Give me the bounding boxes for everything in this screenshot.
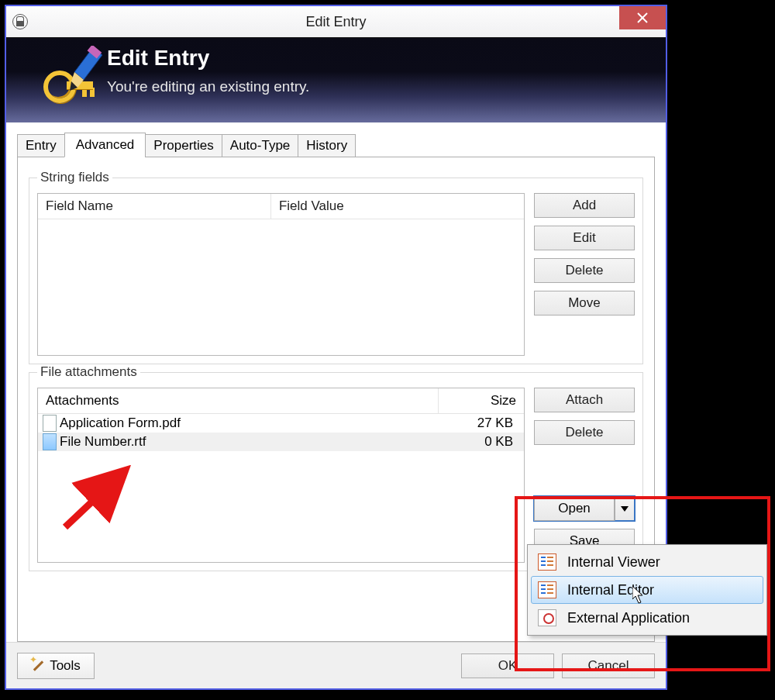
tab-autotype[interactable]: Auto-Type bbox=[222, 134, 299, 157]
application-icon bbox=[538, 609, 556, 626]
lock-icon bbox=[12, 14, 28, 29]
wand-icon bbox=[31, 659, 45, 673]
tab-properties[interactable]: Properties bbox=[145, 134, 222, 157]
close-icon bbox=[637, 12, 648, 23]
open-dropdown-button[interactable] bbox=[615, 496, 635, 521]
close-button[interactable] bbox=[619, 6, 666, 29]
string-fields-legend: String fields bbox=[37, 170, 112, 185]
column-field-name[interactable]: Field Name bbox=[38, 194, 271, 219]
banner: Edit Entry You're editing an existing en… bbox=[6, 37, 666, 122]
edit-entry-icon bbox=[43, 47, 91, 95]
open-menu-item[interactable]: Internal Viewer bbox=[531, 548, 763, 576]
open-menu-item[interactable]: External Application bbox=[531, 604, 763, 632]
edit-button[interactable]: Edit bbox=[534, 226, 635, 250]
open-menu[interactable]: Internal ViewerInternal EditorExternal A… bbox=[527, 544, 767, 636]
file-icon bbox=[43, 433, 57, 450]
cursor-icon bbox=[632, 586, 646, 605]
attachment-size: 27 KB bbox=[434, 416, 519, 431]
window-title: Edit Entry bbox=[305, 14, 366, 30]
string-fields-body bbox=[38, 219, 524, 355]
tab-history[interactable]: History bbox=[298, 134, 356, 157]
banner-title: Edit Entry bbox=[107, 46, 209, 71]
cancel-button[interactable]: Cancel bbox=[562, 653, 655, 678]
string-fields-list[interactable]: Field Name Field Value bbox=[37, 193, 525, 356]
attach-button[interactable]: Attach bbox=[534, 388, 635, 412]
string-fields-group: String fields Field Name Field Value Add… bbox=[29, 170, 643, 364]
attach-delete-button[interactable]: Delete bbox=[534, 420, 635, 445]
tab-entry[interactable]: Entry bbox=[17, 134, 65, 157]
file-attachments-group: File attachments Attachments Size Applic… bbox=[29, 364, 643, 571]
titlebar: Edit Entry bbox=[6, 6, 666, 37]
list-icon bbox=[538, 581, 556, 598]
attachment-name: Application Form.pdf bbox=[60, 416, 434, 431]
add-button[interactable]: Add bbox=[534, 193, 635, 218]
tools-label: Tools bbox=[50, 658, 81, 674]
open-menu-item[interactable]: Internal Editor bbox=[531, 576, 763, 604]
attachment-name: File Number.rtf bbox=[60, 434, 434, 450]
column-field-value[interactable]: Field Value bbox=[271, 194, 524, 219]
chevron-down-icon bbox=[621, 506, 629, 512]
open-split-button[interactable]: Open bbox=[534, 496, 635, 521]
attachment-row[interactable]: File Number.rtf0 KB bbox=[38, 433, 524, 451]
delete-button[interactable]: Delete bbox=[534, 258, 635, 283]
footer: Tools OK Cancel bbox=[6, 642, 666, 688]
open-button[interactable]: Open bbox=[534, 496, 615, 521]
move-button[interactable]: Move bbox=[534, 291, 635, 316]
column-attachments[interactable]: Attachments bbox=[38, 388, 439, 413]
tab-advanced[interactable]: Advanced bbox=[64, 133, 146, 157]
file-icon bbox=[43, 415, 57, 432]
attachment-row[interactable]: Application Form.pdf27 KB bbox=[38, 414, 524, 433]
attachments-list[interactable]: Attachments Size Application Form.pdf27 … bbox=[37, 388, 525, 563]
tabstrip: Entry Advanced Properties Auto-Type Hist… bbox=[17, 133, 655, 157]
ok-button[interactable]: OK bbox=[461, 653, 554, 678]
tools-button[interactable]: Tools bbox=[17, 653, 95, 679]
open-menu-item-label: Internal Viewer bbox=[567, 554, 660, 571]
open-menu-item-label: External Application bbox=[567, 610, 690, 626]
list-icon bbox=[538, 553, 556, 571]
attachment-size: 0 KB bbox=[434, 434, 519, 450]
file-attachments-legend: File attachments bbox=[37, 364, 140, 380]
column-size[interactable]: Size bbox=[439, 388, 524, 413]
banner-subtitle: You're editing an existing entry. bbox=[107, 78, 309, 95]
svg-marker-6 bbox=[632, 586, 642, 603]
